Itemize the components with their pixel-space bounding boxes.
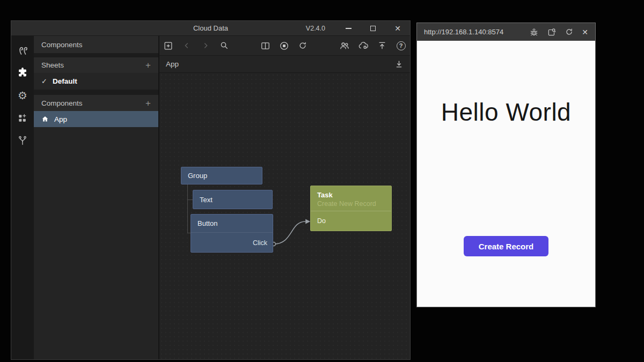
modules-blocks-icon <box>17 113 28 123</box>
editor-window: Cloud Data V2.4.0 ✕ <box>11 20 411 360</box>
components-label: Components <box>41 99 83 107</box>
node-task-ports: Do <box>311 211 391 231</box>
split-view-button[interactable] <box>259 39 272 52</box>
open-external-icon <box>547 27 557 37</box>
panel-header-components: Components <box>34 36 158 53</box>
node-task-subtitle: Create New Record <box>311 199 391 208</box>
node-button-label: Button <box>191 215 273 232</box>
preview-url: http://192.168.1.140:8574 <box>424 28 503 36</box>
components-section-header: Components + <box>34 95 158 111</box>
preview-viewport: Hello World Create Record <box>417 41 595 307</box>
debug-button[interactable] <box>529 27 539 37</box>
node-text[interactable]: Text <box>193 190 273 209</box>
canvas-header: App <box>159 56 410 73</box>
maximize-icon <box>370 26 376 31</box>
minimize-icon <box>346 28 352 29</box>
node-group[interactable]: Group <box>181 167 262 184</box>
sidebar-icon-strip: ⚙ <box>11 36 34 359</box>
sheets-label: Sheets <box>41 61 64 69</box>
hello-world-heading: Hello World <box>417 98 595 127</box>
back-button[interactable] <box>180 39 193 52</box>
panel-gap <box>34 53 158 57</box>
export-button[interactable] <box>394 60 404 69</box>
component-item-app[interactable]: App <box>34 111 158 127</box>
add-component-button[interactable]: + <box>145 99 151 108</box>
sheet-item-default[interactable]: ✓ Default <box>34 73 158 90</box>
node-task[interactable]: Task Create New Record Do <box>310 186 392 231</box>
preview-refresh-button[interactable] <box>565 27 574 36</box>
maximize-button[interactable] <box>361 21 385 35</box>
publish-button[interactable] <box>376 39 389 52</box>
minimize-button[interactable] <box>336 21 361 35</box>
gear-icon: ⚙ <box>18 89 27 102</box>
add-node-button[interactable] <box>162 39 174 52</box>
click-output-port[interactable]: Click <box>253 239 267 247</box>
branch-icon <box>17 135 28 146</box>
noodl-logo-icon <box>16 44 29 57</box>
home-icon <box>41 115 49 123</box>
do-input-port[interactable]: Do <box>317 217 326 225</box>
search-button[interactable] <box>218 39 231 52</box>
sidebar-item-components[interactable] <box>11 62 34 84</box>
component-app-label: App <box>54 115 67 123</box>
refresh-icon <box>565 27 574 36</box>
help-icon: ? <box>397 41 406 50</box>
preview-titlebar: http://192.168.1.140:8574 <box>417 23 595 41</box>
panel-header-label: Components <box>41 41 83 49</box>
toolbar: ? <box>159 36 410 56</box>
add-sheet-button[interactable]: + <box>145 61 151 70</box>
sidebar-item-modules[interactable] <box>11 107 34 129</box>
preview-close-button[interactable]: ✕ <box>582 28 588 36</box>
node-button[interactable]: Button Click <box>191 214 273 253</box>
cloud-button[interactable] <box>357 39 370 52</box>
sheet-default-label: Default <box>53 77 77 85</box>
puzzle-icon <box>17 67 28 79</box>
preview-window: http://192.168.1.140:8574 <box>416 23 596 307</box>
forward-button[interactable] <box>199 39 212 52</box>
components-panel: Components Sheets + ✓ Default Components… <box>34 36 159 359</box>
node-group-label: Group <box>188 172 207 180</box>
sidebar-item-settings[interactable]: ⚙ <box>11 84 34 107</box>
close-icon: ✕ <box>582 28 588 36</box>
breadcrumb: App <box>166 60 179 68</box>
close-button[interactable]: ✕ <box>385 21 410 35</box>
help-button[interactable]: ? <box>394 39 407 52</box>
check-icon: ✓ <box>41 77 47 85</box>
refresh-button[interactable] <box>296 39 309 52</box>
bug-icon <box>529 27 539 37</box>
stop-button[interactable] <box>277 39 290 52</box>
node-canvas[interactable]: Group Text Button Click Task Create New … <box>159 73 410 359</box>
titlebar: Cloud Data V2.4.0 ✕ <box>11 21 410 36</box>
sheets-section-header: Sheets + <box>34 57 158 73</box>
close-icon: ✕ <box>394 24 401 33</box>
sidebar-item-version-control[interactable] <box>11 129 34 152</box>
users-button[interactable] <box>338 39 351 52</box>
download-icon <box>394 60 404 69</box>
sidebar-item-noodl-logo[interactable] <box>11 39 34 62</box>
node-task-label: Task <box>311 186 391 199</box>
node-button-ports: Click <box>191 232 273 252</box>
node-text-label: Text <box>200 196 213 204</box>
panel-gap <box>34 90 158 95</box>
create-record-button[interactable]: Create Record <box>464 236 548 256</box>
version-label: V2.4.0 <box>306 25 325 32</box>
open-external-button[interactable] <box>547 27 557 37</box>
panel-empty-area <box>34 127 158 359</box>
